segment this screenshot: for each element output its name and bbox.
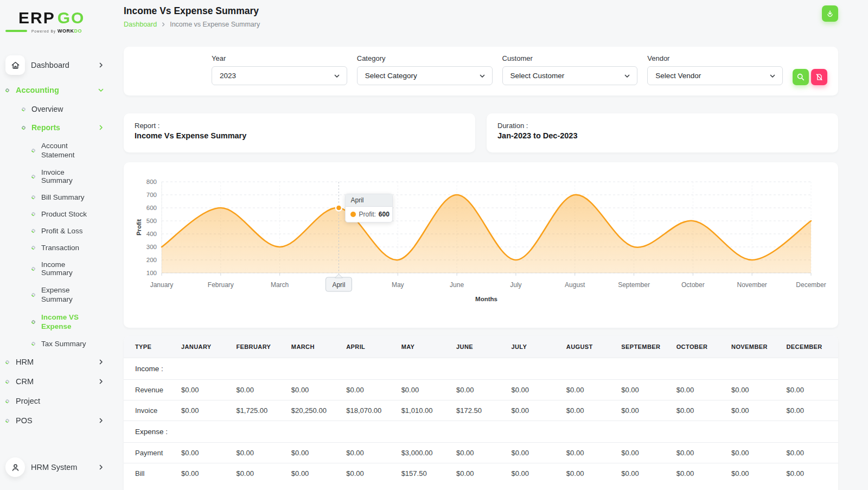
row-label: Revenue [124, 380, 178, 400]
sidebar-item-bill-summary[interactable]: Bill Summary [0, 189, 114, 206]
sidebar-item-pos[interactable]: POS [0, 411, 114, 430]
sidebar-item-label: Income Summary [41, 260, 93, 277]
brand-name: ERPGO [18, 10, 114, 26]
table-cell: $0.00 [783, 463, 838, 484]
table-cell: $0.00 [673, 380, 728, 400]
bullet-icon [21, 106, 27, 112]
table-cell: $0.00 [563, 400, 618, 421]
sidebar-item-label: Product Stock [41, 210, 93, 218]
x-axis-label: December [796, 281, 826, 289]
brand-underline [5, 30, 27, 32]
report-label: Report : [135, 122, 464, 130]
table-row: Bill$0.00$0.00$0.00$0.00$157.50$0.00$0.0… [124, 463, 838, 484]
tooltip-series-label: Profit: [359, 211, 375, 218]
table-cell: $0.00 [728, 380, 783, 400]
table-column-header: OCTOBER [673, 336, 728, 358]
table-column-header: APRIL [343, 336, 398, 358]
sidebar-item-reports[interactable]: Reports [0, 118, 114, 137]
breadcrumb-dashboard-link[interactable]: Dashboard [124, 21, 157, 28]
chart-tooltip: April Profit: 600 [345, 194, 393, 222]
breadcrumb-separator-icon [161, 22, 166, 27]
sidebar-item-label: ExpenseSummary [41, 285, 93, 304]
sidebar-item-product-stock[interactable]: Product Stock [0, 206, 114, 222]
reset-icon [815, 73, 824, 81]
table-cell: $0.00 [673, 400, 728, 421]
user-icon [5, 457, 25, 477]
breadcrumb-current: Income vs Expense Summary [170, 21, 260, 28]
table-cell: $0.00 [233, 380, 288, 400]
bullet-icon [31, 174, 36, 179]
vendor-select-value: Select Vendor [655, 72, 701, 80]
table-cell: $0.00 [508, 380, 563, 400]
table-column-header: DECEMBER [783, 336, 838, 358]
sidebar-item-crm[interactable]: CRM [0, 372, 114, 391]
sidebar-item-expense-summary[interactable]: ExpenseSummary [0, 281, 114, 308]
bullet-icon [31, 195, 36, 200]
income-expense-table: TYPEJANUARYFEBRUARYMARCHAPRILMAYJUNEJULY… [124, 336, 838, 483]
table-cell: $157.50 [398, 463, 453, 484]
table-cell: $0.00 [728, 443, 783, 463]
table-row: Payment$0.00$0.00$0.00$0.00$3,000.00$0.0… [124, 443, 838, 463]
table-cell: $0.00 [178, 463, 233, 484]
series-marker-dot [350, 212, 356, 217]
table-cell: $0.00 [783, 443, 838, 463]
sidebar-item-project[interactable]: Project [0, 391, 114, 411]
x-axis-label: August [565, 281, 585, 289]
row-label: Invoice [124, 400, 178, 421]
page-header: Income Vs Expense Summary Dashboard Inco… [124, 5, 838, 28]
table-column-header: JANUARY [178, 336, 233, 358]
year-select-value: 2023 [220, 72, 236, 80]
chevron-down-icon [334, 73, 340, 79]
duration-value: Jan-2023 to Dec-2023 [497, 131, 827, 140]
summary-cards: Report : Income Vs Expense Summary Durat… [124, 113, 838, 152]
table-column-header: JUNE [453, 336, 508, 358]
customer-field: Customer Select Customer [502, 54, 638, 85]
x-axis-label: November [737, 281, 767, 289]
reset-button[interactable] [811, 69, 827, 85]
bullet-icon [31, 245, 36, 251]
table-cell: $0.00 [453, 443, 508, 463]
sidebar-item-hrm-system[interactable]: HRM System [0, 452, 114, 482]
table-cell: $0.00 [618, 443, 673, 463]
search-button[interactable] [793, 69, 809, 85]
category-label: Category [357, 54, 493, 62]
bullet-icon [31, 266, 36, 271]
sidebar-item-transaction[interactable]: Transaction [0, 239, 114, 256]
sidebar-item-hrm[interactable]: HRM [0, 352, 114, 372]
sidebar-item-tax-summary[interactable]: Tax Summary [0, 335, 114, 352]
table-cell: $0.00 [673, 463, 728, 484]
sidebar-item-label: Overview [31, 105, 104, 113]
table-cell: $0.00 [508, 463, 563, 484]
sidebar-item-overview[interactable]: Overview [0, 100, 114, 118]
customer-select[interactable]: Select Customer [502, 66, 638, 85]
vendor-field: Vendor Select Vendor [647, 54, 783, 85]
table-cell: $0.00 [563, 463, 618, 484]
sidebar-item-income-summary[interactable]: Income Summary [0, 256, 114, 281]
download-button[interactable] [822, 5, 838, 22]
sidebar-item-invoice-summary[interactable]: Invoice Summary [0, 164, 114, 189]
year-field: Year 2023 [212, 54, 347, 85]
table-cell: $0.00 [288, 380, 343, 400]
sidebar-item-account-statement[interactable]: AccountStatement [0, 137, 114, 164]
sidebar-item-income-vs-expense[interactable]: Income VSExpense [0, 308, 114, 335]
sidebar-item-label: AccountStatement [41, 141, 93, 160]
sidebar-item-accounting[interactable]: Accounting [0, 80, 114, 100]
profit-chart[interactable]: 100200300400500600700800JanuaryFebruaryM… [135, 174, 827, 314]
vendor-select[interactable]: Select Vendor [647, 66, 783, 85]
table-cell: $0.00 [508, 400, 563, 421]
category-select[interactable]: Select Category [357, 66, 493, 85]
sidebar-item-dashboard[interactable]: Dashboard [0, 50, 114, 80]
year-select[interactable]: 2023 [212, 66, 347, 85]
filter-actions [793, 69, 827, 85]
breadcrumb: Dashboard Income vs Expense Summary [124, 21, 260, 28]
sidebar-item-profit-loss[interactable]: Profit & Loss [0, 222, 114, 239]
row-label: Payment [124, 443, 178, 463]
duration-card: Duration : Jan-2023 to Dec-2023 [487, 113, 838, 152]
chevron-right-icon [98, 417, 104, 424]
table-cell: $0.00 [343, 443, 398, 463]
brand-logo[interactable]: ERPGO Powered By WORKDO [0, 5, 114, 37]
year-label: Year [212, 54, 347, 62]
home-icon [5, 55, 25, 75]
x-axis-label: January [150, 281, 174, 289]
table-column-header: MAY [398, 336, 453, 358]
